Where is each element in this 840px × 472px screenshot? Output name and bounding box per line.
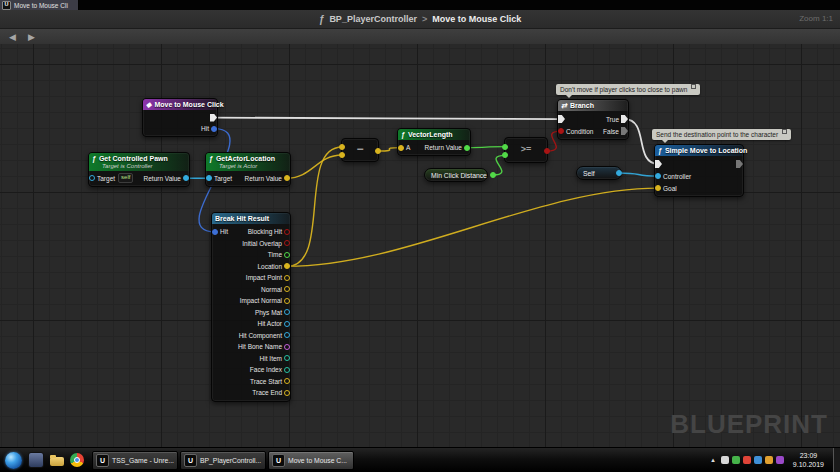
pin-impact-normal[interactable]	[284, 298, 290, 304]
node-get-controlled-pawn[interactable]: ƒGet Controlled PawnTarget is Controller…	[88, 152, 190, 187]
browser-icon[interactable]	[70, 453, 84, 467]
pin-location[interactable]	[284, 263, 290, 269]
taskbar-app-1[interactable]: UTSS_Game - Unre...	[92, 451, 178, 470]
pin-return-value[interactable]	[284, 175, 290, 181]
pin-normal[interactable]	[284, 286, 290, 292]
node-greater-equal[interactable]: >=	[504, 137, 548, 163]
pin-b[interactable]	[339, 152, 345, 158]
pin-hit-bone-name[interactable]	[284, 344, 290, 350]
pin-true[interactable]	[621, 115, 628, 123]
pin-hit-item[interactable]	[284, 355, 290, 361]
pin-trace-end[interactable]	[284, 390, 290, 396]
pin-exec[interactable]	[210, 114, 217, 122]
node-title: Move to Mouse Click	[154, 100, 223, 109]
pin-label: Hit	[201, 125, 209, 132]
node-title: Min Click Distance	[431, 172, 487, 179]
breadcrumb-blueprint[interactable]: BP_PlayerController	[329, 14, 417, 24]
pin-label: Impact Point	[246, 274, 282, 281]
node-self-node[interactable]: Self	[576, 166, 622, 180]
node-min-click-distance[interactable]: Min Click Distance	[424, 168, 488, 182]
app-icon-1[interactable]	[28, 452, 44, 468]
wire-break_hit-location-to-subtract-a[interactable]	[287, 147, 342, 266]
pin-goal[interactable]	[655, 185, 661, 191]
tray-icon-4[interactable]	[754, 456, 762, 464]
node-branch[interactable]: ⇄BranchTrueConditionFalse	[557, 99, 629, 140]
comment-pin-icon[interactable]	[782, 129, 787, 134]
pin-impact-point[interactable]	[284, 275, 290, 281]
taskbar-clock[interactable]: 23:09 9.10.2019	[788, 451, 829, 470]
back-button[interactable]: ◀	[9, 33, 16, 42]
forward-button[interactable]: ▶	[28, 33, 35, 42]
node-simple-move[interactable]: ƒSimple Move to LocationControllerGoal	[654, 144, 744, 197]
node-break-hit[interactable]: Break Hit ResultHitBlocking HitInitial O…	[211, 212, 291, 402]
node-title: GetActorLocation	[216, 154, 275, 163]
pin-time[interactable]	[284, 252, 290, 258]
pin-condition[interactable]	[558, 128, 564, 134]
comment-pin-icon[interactable]	[691, 84, 696, 89]
taskbar-app-label: BP_PlayerControll...	[200, 457, 261, 464]
pin-a[interactable]	[339, 144, 345, 150]
pin-hit[interactable]	[212, 229, 218, 235]
node-comment-2[interactable]: Send the destination point to the charac…	[652, 129, 791, 140]
wire-get_actor_location-return-to-subtract-b[interactable]	[287, 155, 342, 178]
pin-return-value[interactable]	[183, 175, 189, 181]
pin-label: Hit Component	[239, 332, 282, 339]
pin-blocking-hit[interactable]	[284, 229, 290, 235]
taskbar-app-2[interactable]: UBP_PlayerControll...	[180, 451, 266, 470]
node-title: VectorLength	[408, 130, 453, 139]
pin-false[interactable]	[621, 127, 628, 135]
wire-self_node-out-to-simple_move-controller[interactable]	[619, 173, 658, 176]
pin-label: Hit	[220, 228, 228, 235]
tray-icon-6[interactable]	[776, 456, 784, 464]
taskbar-app-3[interactable]: UMove to Mouse C...	[268, 451, 354, 470]
branch-icon: ⇄	[561, 102, 567, 109]
pin-phys-mat[interactable]	[284, 309, 290, 315]
start-button[interactable]	[5, 452, 22, 469]
wire-break_hit-location-to-simple_move-goal[interactable]	[287, 188, 658, 266]
pin-trace-start[interactable]	[284, 378, 290, 384]
pin-a[interactable]	[398, 145, 404, 151]
wire-move_event-exec-to-branch-exec_in[interactable]	[214, 118, 562, 120]
tray-expand-button[interactable]: ▴	[709, 456, 717, 464]
pin-exec-in[interactable]	[558, 115, 565, 123]
chevron-right-icon: >	[422, 14, 427, 24]
wire-vector_length-return-to-greater_equal-a[interactable]	[467, 147, 505, 148]
breadcrumb-graph[interactable]: Move to Mouse Click	[432, 14, 521, 24]
tray-icon-3[interactable]	[743, 456, 751, 464]
pin-target[interactable]	[206, 175, 212, 181]
pin-exec-in[interactable]	[655, 160, 662, 168]
pin-hit[interactable]	[211, 126, 217, 132]
pin-exec-out[interactable]	[736, 160, 743, 168]
pin-label: Target	[97, 175, 115, 182]
tray-icon-2[interactable]	[732, 456, 740, 464]
pin-face-index[interactable]	[284, 367, 290, 373]
pin-label: True	[606, 116, 619, 123]
pin-out[interactable]	[490, 172, 496, 178]
pin-out[interactable]	[375, 148, 381, 154]
pin-a[interactable]	[502, 144, 508, 150]
node-subtract[interactable]: −	[341, 138, 379, 162]
tray-icon-1[interactable]	[721, 456, 729, 464]
pin-hit-actor[interactable]	[284, 321, 290, 327]
node-move-event[interactable]: ◆Move to Mouse ClickHit	[142, 98, 218, 137]
blueprint-graph-canvas[interactable]: BLUEPRINT ◆Move to Mouse ClickHitƒGet Co…	[0, 44, 840, 448]
tray-icon-5[interactable]	[765, 456, 773, 464]
pin-label: Controller	[663, 173, 691, 180]
pin-out[interactable]	[544, 148, 550, 154]
pin-controller[interactable]	[655, 173, 661, 179]
node-title: Simple Move to Location	[665, 146, 747, 155]
pin-target[interactable]	[89, 175, 95, 181]
show-desktop-button[interactable]	[833, 448, 840, 472]
pin-return-value[interactable]	[464, 145, 470, 151]
pin-initial-overlap[interactable]	[284, 240, 290, 246]
window-tab[interactable]: U Move to Mouse Cli	[0, 0, 79, 10]
node-get-actor-location[interactable]: ƒGetActorLocationTarget is ActorTargetRe…	[205, 152, 291, 187]
pin-default-value[interactable]: self	[118, 173, 133, 183]
node-comment-1[interactable]: Don't move if player clicks too close to…	[556, 84, 700, 95]
pin-hit-component[interactable]	[284, 332, 290, 338]
folder-icon[interactable]	[50, 457, 64, 466]
pin-b[interactable]	[502, 152, 508, 158]
pin-label: Impact Normal	[240, 297, 282, 304]
node-vector-length[interactable]: ƒVectorLengthAReturn Value	[397, 128, 471, 156]
pin-out[interactable]	[616, 170, 622, 176]
